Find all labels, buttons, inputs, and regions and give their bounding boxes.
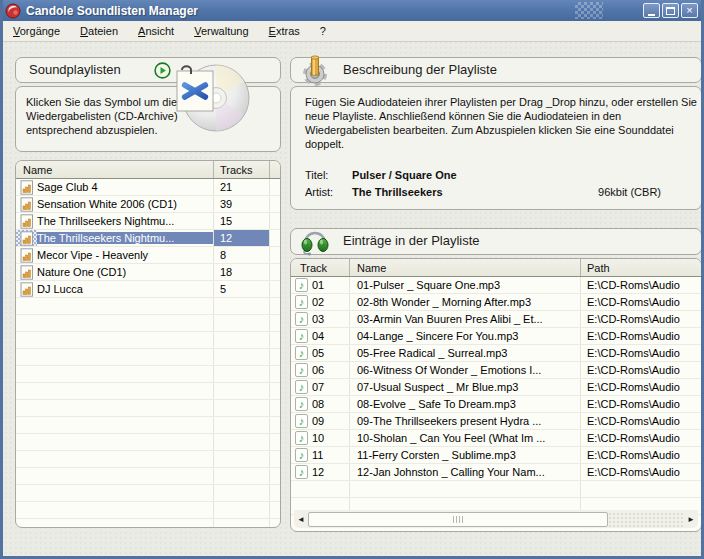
- playlist-list-body: Sage Club 4 21 Sensation White 2006 (CD1…: [16, 179, 280, 528]
- playlist-row[interactable]: Mecor Vipe - Heavenly 8: [16, 247, 280, 264]
- track-number: 08: [312, 398, 349, 410]
- playlist-row: [16, 502, 280, 519]
- tracks-table-header: Track Name Path: [291, 259, 701, 277]
- menu-item-vorgaenge[interactable]: Vorgänge: [3, 22, 70, 40]
- track-number: 07: [312, 381, 349, 393]
- scroll-right-icon[interactable]: ►: [684, 515, 698, 524]
- column-header-track[interactable]: Track: [291, 262, 349, 274]
- playlist-name: Nature One (CD1): [37, 266, 213, 278]
- playlist-file-icon: [16, 179, 37, 195]
- track-row[interactable]: ♪ 02 02-8th Wonder _ Morning After.mp3 E…: [291, 294, 701, 311]
- audio-note-icon: ♪: [291, 447, 312, 463]
- track-row[interactable]: ♪ 10 10-Sholan _ Can You Feel (What Im .…: [291, 430, 701, 447]
- track-name: 05-Free Radical _ Surreal.mp3: [349, 345, 580, 361]
- column-header-tracks[interactable]: Tracks: [213, 161, 269, 178]
- playlist-row: [16, 451, 280, 468]
- playlist-file-icon: [16, 434, 37, 450]
- playlist-name: The Thrillseekers Nightmu...: [37, 215, 213, 227]
- playlist-row[interactable]: Nature One (CD1) 18: [16, 264, 280, 281]
- scrollbar-thumb[interactable]: [308, 512, 608, 527]
- scroll-left-icon[interactable]: ◄: [294, 515, 308, 524]
- play-icon[interactable]: [154, 62, 171, 79]
- scrollbar-track[interactable]: [608, 512, 684, 527]
- track-row[interactable]: ♪ 05 05-Free Radical _ Surreal.mp3 E:\CD…: [291, 345, 701, 362]
- track-row[interactable]: ♪ 07 07-Usual Suspect _ Mr Blue.mp3 E:\C…: [291, 379, 701, 396]
- audio-note-icon: ♪: [291, 345, 312, 361]
- playlist-file-icon: [16, 451, 37, 467]
- track-name: 07-Usual Suspect _ Mr Blue.mp3: [349, 379, 580, 395]
- track-row[interactable]: ♪ 08 08-Evolve _ Safe To Dream.mp3 E:\CD…: [291, 396, 701, 413]
- playlist-file-icon: [16, 196, 37, 212]
- close-button-icon[interactable]: ×: [681, 3, 698, 18]
- track-path: E:\CD-Roms\Audio: [580, 277, 701, 293]
- maximize-button-icon[interactable]: [662, 3, 679, 18]
- track-row[interactable]: ♪ 01 01-Pulser _ Square One.mp3 E:\CD-Ro…: [291, 277, 701, 294]
- column-header-track-name[interactable]: Name: [349, 259, 580, 276]
- app-window: Candole Soundlisten Manager × VorgängeDa…: [0, 0, 704, 559]
- menu-item-verwaltung[interactable]: Verwaltung: [184, 22, 258, 40]
- description-header-panel: Beschreibung der Playliste: [290, 57, 702, 83]
- column-header-path[interactable]: Path: [580, 259, 701, 276]
- track-name: 01-Pulser _ Square One.mp3: [349, 277, 580, 293]
- track-row[interactable]: ♪ 04 04-Lange _ Sincere For You.mp3 E:\C…: [291, 328, 701, 345]
- playlist-row: [16, 434, 280, 451]
- audio-note-icon: ♪: [291, 294, 312, 310]
- titlebar[interactable]: Candole Soundlisten Manager ×: [0, 0, 704, 21]
- title-value: Pulser / Square One: [352, 169, 457, 181]
- description-title: Beschreibung der Playliste: [291, 58, 701, 82]
- column-header-name[interactable]: Name: [16, 164, 213, 176]
- menu-item-dateien[interactable]: Dateien: [70, 22, 128, 40]
- playlist-track-count: [213, 468, 269, 484]
- track-row[interactable]: ♪ 03 03-Armin Van Buuren Pres Alibi _ Et…: [291, 311, 701, 328]
- playlist-row[interactable]: Sensation White 2006 (CD1) 39: [16, 196, 280, 213]
- track-name: 02-8th Wonder _ Morning After.mp3: [349, 294, 580, 310]
- playlist-row: [16, 468, 280, 485]
- track-row[interactable]: ♪ 06 06-Witness Of Wonder _ Emotions I..…: [291, 362, 701, 379]
- playlist-row[interactable]: The Thrillseekers Nightmu... 12: [16, 230, 280, 247]
- playlist-track-count: 15: [213, 213, 269, 229]
- app-icon: [5, 3, 21, 19]
- audio-note-icon: ♪: [291, 396, 312, 412]
- track-number: 01: [312, 279, 349, 291]
- column-header-spare: [269, 161, 280, 178]
- playlist-name: Sensation White 2006 (CD1): [37, 198, 213, 210]
- track-path: E:\CD-Roms\Audio: [580, 328, 701, 344]
- track-number: 09: [312, 415, 349, 427]
- minimize-button-icon[interactable]: [643, 3, 660, 18]
- playlist-row[interactable]: DJ Lucca 5: [16, 281, 280, 298]
- playlist-file-icon: [16, 349, 37, 365]
- cd-archive-icon[interactable]: [170, 58, 250, 140]
- menu-item-ansicht[interactable]: Ansicht: [128, 22, 184, 40]
- playlist-track-count: [213, 519, 269, 528]
- track-number: 06: [312, 364, 349, 376]
- track-row[interactable]: ♪ 12 12-Jan Johnston _ Calling Your Nam.…: [291, 464, 701, 481]
- track-name: 06-Witness Of Wonder _ Emotions I...: [349, 362, 580, 378]
- playlist-track-count: 12: [213, 230, 269, 246]
- playlist-row[interactable]: Sage Club 4 21: [16, 179, 280, 196]
- track-number: 02: [312, 296, 349, 308]
- menu-item-extras[interactable]: Extras: [259, 22, 310, 40]
- artist-value: The Thrillseekers: [352, 186, 443, 198]
- audio-note-icon: ♪: [291, 379, 312, 395]
- playlist-track-count: 18: [213, 264, 269, 280]
- gear-icon: [299, 54, 331, 87]
- playlist-row: [16, 400, 280, 417]
- menu-item-hilfe[interactable]: ?: [310, 22, 336, 40]
- audio-note-icon: ♪: [291, 430, 312, 446]
- track-row[interactable]: ♪ 11 11-Ferry Corsten _ Sublime.mp3 E:\C…: [291, 447, 701, 464]
- audio-note-icon: ♪: [291, 328, 312, 344]
- track-path: E:\CD-Roms\Audio: [580, 447, 701, 463]
- playlist-row: [16, 298, 280, 315]
- playlist-track-count: [213, 417, 269, 433]
- headphones-icon: [299, 225, 331, 258]
- track-path: E:\CD-Roms\Audio: [580, 396, 701, 412]
- playlist-name: Mecor Vipe - Heavenly: [37, 249, 213, 261]
- track-number: 12: [312, 466, 349, 478]
- playlist-row[interactable]: The Thrillseekers Nightmu... 15: [16, 213, 280, 230]
- audio-note-icon: ♪: [291, 413, 312, 429]
- track-row[interactable]: ♪ 09 09-The Thrillseekers present Hydra …: [291, 413, 701, 430]
- playlist-file-icon: [16, 213, 37, 229]
- menubar: VorgängeDateienAnsichtVerwaltungExtras?: [0, 21, 704, 42]
- playlist-track-count: [213, 451, 269, 467]
- audio-note-icon: ♪: [291, 362, 312, 378]
